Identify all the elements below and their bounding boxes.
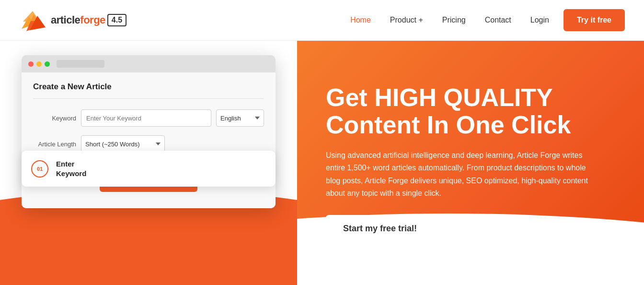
hero-subtext: Using advanced artificial intelligence a… [326,149,594,200]
keyword-row: Keyword English [33,109,264,127]
length-select[interactable]: Short (~250 Words) [81,135,165,153]
browser-url-bar [57,60,104,68]
logo-icon [19,7,48,34]
step-text: Enter Keyword [56,159,86,178]
nav-contact[interactable]: Contact [485,16,511,24]
nav-pricing[interactable]: Pricing [442,16,466,24]
try-free-button[interactable]: Try it free [564,9,625,31]
keyword-input[interactable] [81,109,211,127]
length-label: Article Length [33,141,76,148]
browser-dot-red [28,61,34,67]
hero-section: Create a New Article Keyword English Art… [0,41,644,285]
nav-product[interactable]: Product [390,16,423,24]
browser-bar [22,55,276,72]
nav-home[interactable]: Home [350,16,371,24]
browser-dot-green [45,61,50,67]
hero-headline: Get HIGH QUALITY Content In One Click [326,84,615,139]
hero-left: Create a New Article Keyword English Art… [0,41,297,285]
version-badge: 4.5 [107,14,126,26]
hero-right: Get HIGH QUALITY Content In One Click Us… [297,41,644,285]
header: articleforge 4.5 Home Product Pricing Co… [0,0,644,41]
logo-text: articleforge 4.5 [51,14,126,26]
main-nav: Home Product Pricing Contact Login [350,16,549,24]
trial-button[interactable]: Start my free trial! [326,215,434,242]
length-row: Article Length Short (~250 Words) [33,135,264,153]
keyword-label: Keyword [33,115,76,122]
logo: articleforge 4.5 [19,7,126,34]
nav-login[interactable]: Login [530,16,549,24]
step-number: 01 [31,160,48,178]
step-card: 01 Enter Keyword [22,151,276,187]
language-select[interactable]: English [216,109,264,127]
form-title: Create a New Article [33,82,264,99]
browser-content: Create a New Article Keyword English Art… [22,72,276,208]
browser-dot-yellow [36,61,42,67]
